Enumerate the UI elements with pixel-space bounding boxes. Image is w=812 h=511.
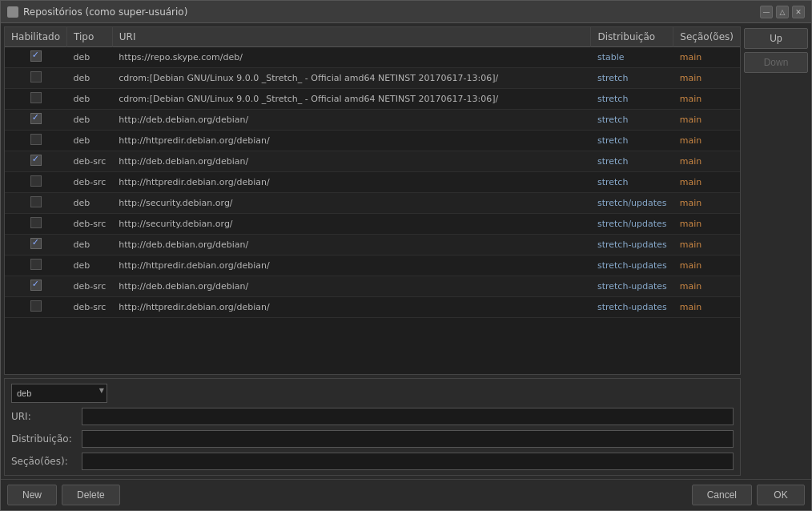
type-cell: deb bbox=[67, 89, 113, 110]
table-row[interactable]: debhttp://deb.debian.org/debian/stretchm… bbox=[5, 110, 740, 131]
type-cell: deb bbox=[67, 47, 113, 68]
uri-cell: http://httpredir.debian.org/debian/ bbox=[112, 172, 591, 193]
distribution-cell: stretch bbox=[591, 89, 673, 110]
delete-button[interactable]: Delete bbox=[62, 485, 120, 505]
section-cell: main bbox=[673, 131, 740, 151]
section-cell: main bbox=[673, 110, 740, 131]
enabled-checkbox[interactable] bbox=[30, 71, 42, 82]
distribution-cell: stretch/updates bbox=[591, 193, 673, 214]
table-row[interactable]: debcdrom:[Debian GNU/Linux 9.0.0 _Stretc… bbox=[5, 89, 740, 110]
uri-cell: http://deb.debian.org/debian/ bbox=[112, 235, 591, 256]
section-cell: main bbox=[673, 256, 740, 276]
type-cell: deb bbox=[67, 131, 113, 151]
uri-cell: http://deb.debian.org/debian/ bbox=[112, 276, 591, 297]
section-cell: main bbox=[673, 297, 740, 318]
maximize-button[interactable]: △ bbox=[776, 6, 789, 18]
table-body: debhttps://repo.skype.com/deb/stablemain… bbox=[5, 47, 740, 318]
type-cell: deb-src bbox=[67, 151, 113, 172]
uri-cell: cdrom:[Debian GNU/Linux 9.0.0 _Stretch_ … bbox=[112, 68, 591, 89]
table-row[interactable]: deb-srchttp://httpredir.debian.org/debia… bbox=[5, 172, 740, 193]
uri-row: URI: bbox=[11, 408, 734, 425]
uri-cell: https://repo.skype.com/deb/ bbox=[112, 47, 591, 68]
distribution-cell: stretch bbox=[591, 131, 673, 151]
distribution-cell: stretch bbox=[591, 151, 673, 172]
table-row[interactable]: deb-srchttp://httpredir.debian.org/debia… bbox=[5, 297, 740, 318]
table-header-row: Habilitado Tipo URI Distribuição Seção(õ… bbox=[5, 27, 740, 47]
distribution-cell: stretch bbox=[591, 68, 673, 89]
distribution-cell: stretch bbox=[591, 110, 673, 131]
title-bar: Repositórios (como super-usuário) — △ ✕ bbox=[1, 1, 811, 23]
table-row[interactable]: debhttps://repo.skype.com/deb/stablemain bbox=[5, 47, 740, 68]
table-row[interactable]: debhttp://deb.debian.org/debian/stretch-… bbox=[5, 235, 740, 256]
section-row: Seção(ões): bbox=[11, 453, 734, 470]
type-cell: deb-src bbox=[67, 214, 113, 235]
section-cell: main bbox=[673, 193, 740, 214]
title-bar-left: Repositórios (como super-usuário) bbox=[7, 6, 187, 18]
uri-cell: http://httpredir.debian.org/debian/ bbox=[112, 297, 591, 318]
enabled-checkbox[interactable] bbox=[30, 50, 42, 62]
table-row[interactable]: debcdrom:[Debian GNU/Linux 9.0.0 _Stretc… bbox=[5, 68, 740, 89]
enabled-checkbox[interactable] bbox=[30, 92, 42, 103]
repository-table-container[interactable]: Habilitado Tipo URI Distribuição Seção(õ… bbox=[4, 26, 741, 375]
bottom-bar: New Delete Cancel OK bbox=[1, 479, 811, 510]
section-cell: main bbox=[673, 47, 740, 68]
table-row[interactable]: debhttp://httpredir.debian.org/debian/st… bbox=[5, 256, 740, 276]
enabled-checkbox[interactable] bbox=[30, 238, 42, 249]
main-panel: Habilitado Tipo URI Distribuição Seção(õ… bbox=[4, 26, 741, 476]
enabled-checkbox[interactable] bbox=[30, 134, 42, 145]
cancel-button[interactable]: Cancel bbox=[692, 485, 752, 505]
side-panel: Up Down bbox=[744, 26, 808, 476]
title-bar-buttons: — △ ✕ bbox=[760, 6, 805, 18]
table-row[interactable]: deb-srchttp://deb.debian.org/debian/stre… bbox=[5, 151, 740, 172]
distribution-label: Distribuição: bbox=[11, 433, 75, 445]
header-type: Tipo bbox=[67, 27, 113, 47]
main-window: Repositórios (como super-usuário) — △ ✕ … bbox=[0, 0, 812, 511]
header-uri: URI bbox=[112, 27, 591, 47]
header-enabled: Habilitado bbox=[5, 27, 67, 47]
uri-input[interactable] bbox=[82, 408, 734, 425]
type-row: deb deb-src bbox=[11, 384, 734, 403]
section-input[interactable] bbox=[82, 453, 734, 470]
distribution-cell: stretch/updates bbox=[591, 214, 673, 235]
minimize-button[interactable]: — bbox=[760, 6, 773, 18]
type-cell: deb-src bbox=[67, 276, 113, 297]
uri-label: URI: bbox=[11, 411, 75, 422]
new-button[interactable]: New bbox=[7, 485, 57, 505]
section-cell: main bbox=[673, 68, 740, 89]
table-row[interactable]: deb-srchttp://security.debian.org/stretc… bbox=[5, 214, 740, 235]
bottom-left-buttons: New Delete bbox=[7, 485, 120, 505]
ok-button[interactable]: OK bbox=[757, 485, 805, 505]
enabled-checkbox[interactable] bbox=[30, 196, 42, 207]
distribution-cell: stable bbox=[591, 47, 673, 68]
section-cell: main bbox=[673, 276, 740, 297]
section-cell: main bbox=[673, 151, 740, 172]
down-button[interactable]: Down bbox=[744, 52, 808, 73]
enabled-checkbox[interactable] bbox=[30, 259, 42, 270]
type-cell: deb-src bbox=[67, 172, 113, 193]
section-cell: main bbox=[673, 214, 740, 235]
content-area: Habilitado Tipo URI Distribuição Seção(õ… bbox=[1, 23, 811, 479]
type-select[interactable]: deb deb-src bbox=[11, 384, 107, 403]
type-cell: deb bbox=[67, 193, 113, 214]
enabled-checkbox[interactable] bbox=[30, 155, 42, 166]
uri-cell: cdrom:[Debian GNU/Linux 9.0.0 _Stretch_ … bbox=[112, 89, 591, 110]
distribution-cell: stretch-updates bbox=[591, 297, 673, 318]
bottom-right-buttons: Cancel OK bbox=[692, 485, 805, 505]
enabled-checkbox[interactable] bbox=[30, 113, 42, 124]
table-row[interactable]: deb-srchttp://deb.debian.org/debian/stre… bbox=[5, 276, 740, 297]
up-button[interactable]: Up bbox=[744, 28, 808, 49]
type-cell: deb bbox=[67, 235, 113, 256]
section-cell: main bbox=[673, 172, 740, 193]
distribution-cell: stretch-updates bbox=[591, 256, 673, 276]
table-row[interactable]: debhttp://security.debian.org/stretch/up… bbox=[5, 193, 740, 214]
section-cell: main bbox=[673, 235, 740, 256]
enabled-checkbox[interactable] bbox=[30, 300, 42, 312]
enabled-checkbox[interactable] bbox=[30, 175, 42, 187]
close-button[interactable]: ✕ bbox=[792, 6, 805, 18]
table-row[interactable]: debhttp://httpredir.debian.org/debian/st… bbox=[5, 131, 740, 151]
uri-cell: http://security.debian.org/ bbox=[112, 214, 591, 235]
distribution-input[interactable] bbox=[82, 430, 734, 448]
enabled-checkbox[interactable] bbox=[30, 217, 42, 228]
enabled-checkbox[interactable] bbox=[30, 280, 42, 291]
uri-cell: http://security.debian.org/ bbox=[112, 193, 591, 214]
